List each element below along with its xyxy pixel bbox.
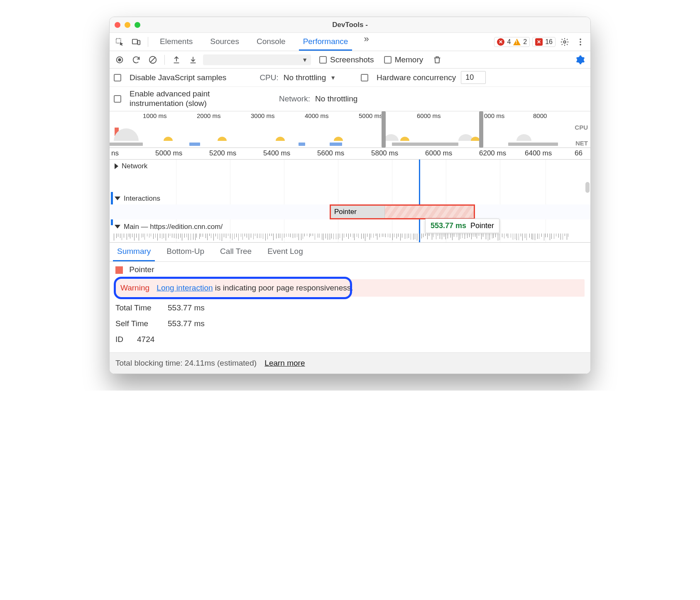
issues-icon: ✕ [535,38,543,46]
console-status-button[interactable]: ✕ 4 2 [494,37,530,47]
subtab-call-tree[interactable]: Call Tree [216,243,256,261]
id-key: ID [115,335,130,344]
hw-concurrency-checkbox[interactable] [361,74,368,81]
more-menu-icon[interactable] [574,35,587,49]
ruler-tick: 6200 ms [479,149,506,157]
error-count: 4 [507,38,511,46]
ruler-tick: 66 [575,149,583,157]
minimize-window-button[interactable] [125,22,130,28]
device-toggle-icon[interactable] [130,35,143,49]
collapse-icon [115,197,120,200]
more-tabs-icon[interactable]: » [361,34,371,50]
pointer-color-swatch [115,266,123,274]
network-label: Network: [279,94,310,103]
ruler-tick: 6000 ms [425,149,452,157]
ruler-tick: 5200 ms [209,149,236,157]
screenshots-label: Screenshots [330,55,374,64]
network-value: No throttling [315,94,357,103]
overview-cpu-label: CPU [575,124,588,131]
summary-title-row: Pointer [115,265,585,274]
total-time-value: 553.77 ms [168,303,205,312]
overview-timeline[interactable]: 1000 ms 2000 ms 3000 ms 4000 ms 5000 ms … [110,111,590,148]
svg-rect-1 [132,39,137,44]
upload-icon[interactable] [170,53,183,66]
status-badges: ✕ 4 2 ✕ 16 [494,35,587,49]
warning-text: is indicating poor page responsiveness. [213,283,353,292]
overview-tick: 4000 ms [305,112,329,119]
settings-icon[interactable] [558,35,571,49]
overview-tick: 3000 ms [251,112,275,119]
id-value: 4724 [137,335,154,344]
recording-selector[interactable]: ▼ [203,54,311,65]
ruler-tick: 5000 ms [155,149,182,157]
memory-checkbox[interactable] [384,56,392,64]
reload-record-button[interactable] [130,53,143,66]
cpu-label: CPU: [259,73,278,82]
main-flame-strip [110,234,590,243]
ruler-tick: ns [111,149,119,157]
tab-elements[interactable]: Elements [156,34,197,50]
flame-chart-area[interactable]: Network Interactions Pointer 553.77 ms P… [110,160,590,243]
svg-point-8 [118,58,121,61]
self-time-key: Self Time [115,319,161,328]
download-icon[interactable] [186,53,200,66]
overview-tick: 6000 ms [417,112,441,119]
overview-tick: 1000 ms [143,112,167,119]
titlebar: DevTools - [110,17,590,33]
subtab-event-log[interactable]: Event Log [263,243,307,261]
capture-settings-icon[interactable] [574,53,587,66]
overview-handle-right[interactable] [479,111,483,148]
learn-more-link[interactable]: Learn more [264,359,305,367]
screenshots-checkbox[interactable] [319,56,327,64]
clear-button[interactable] [146,53,159,66]
hw-concurrency-label: Hardware concurrency [377,73,456,82]
svg-point-3 [563,41,566,43]
ruler-tick: 5600 ms [317,149,344,157]
record-button[interactable] [113,53,126,66]
id-row: ID 4724 [115,335,585,344]
interactions-track-header[interactable]: Interactions [110,194,586,203]
issues-button[interactable]: ✕ 16 [532,37,556,47]
ruler-tick: 6400 ms [525,149,552,157]
overview-handle-left[interactable] [382,111,386,148]
warning-icon [513,39,521,45]
memory-label: Memory [395,55,423,64]
inspect-icon[interactable] [113,35,126,49]
svg-point-6 [580,44,581,45]
subtab-bottom-up[interactable]: Bottom-Up [162,243,208,261]
panel-tabs: Elements Sources Console Performance » [156,34,372,50]
delete-icon[interactable] [431,53,444,66]
issues-count: 16 [545,38,553,46]
close-window-button[interactable] [115,22,120,28]
overview-net-label: NET [575,140,588,147]
tab-console[interactable]: Console [252,34,290,50]
subtab-summary[interactable]: Summary [113,243,155,261]
total-time-row: Total Time 553.77 ms [115,303,585,312]
scrollbar-thumb[interactable] [585,182,590,193]
zoom-window-button[interactable] [135,22,140,28]
main-track-header[interactable]: Main — https://edition.cnn.com/ [110,223,586,231]
disable-js-checkbox[interactable] [114,74,121,81]
network-track-header[interactable]: Network [110,162,586,170]
advanced-paint-checkbox[interactable] [114,95,121,103]
long-interaction-link[interactable]: Long interaction [157,283,213,292]
warning-row: Warning Long interaction is indicating p… [115,279,585,297]
cpu-throttling-select[interactable]: No throttling ▼ [284,73,336,82]
pointer-interaction-bar[interactable]: Pointer [330,204,475,219]
tab-sources[interactable]: Sources [206,34,243,50]
network-throttling-select[interactable]: No throttling [315,94,357,103]
performance-toolbar: ▼ Screenshots Memory [110,51,590,69]
self-time-row: Self Time 553.77 ms [115,319,585,328]
summary-panel: Pointer Warning Long interaction is indi… [110,262,590,344]
footer: Total blocking time: 24.11ms (estimated)… [110,352,590,374]
tbt-text: Total blocking time: 24.11ms (estimated) [115,359,257,367]
overview-tick: 000 ms [484,112,504,119]
tab-performance[interactable]: Performance [299,34,352,51]
overview-tick: 2000 ms [197,112,221,119]
advanced-paint-label: Enable advanced paint instrumentation (s… [130,89,254,108]
svg-point-5 [580,41,581,43]
hw-concurrency-input[interactable]: 10 [461,71,486,84]
detail-ruler[interactable]: ns 5000 ms 5200 ms 5400 ms 5600 ms 5800 … [110,148,590,160]
options-row-1: Disable JavaScript samples CPU: No throt… [110,69,590,87]
overview-ticks: 1000 ms 2000 ms 3000 ms 4000 ms 5000 ms … [110,111,590,120]
